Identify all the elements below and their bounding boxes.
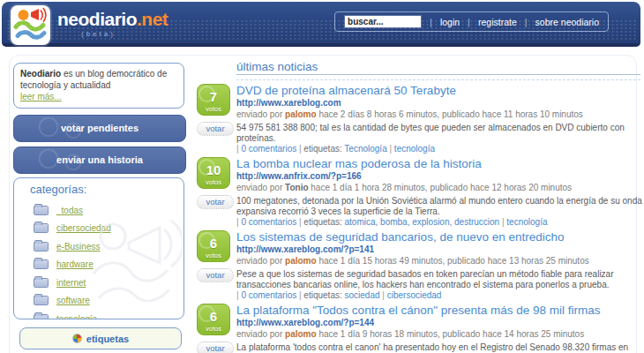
categories-box: categorías: _todas cibersociedad e-Busin…: [13, 177, 184, 319]
about-site-name: Neodiario: [20, 69, 61, 79]
news-url-link[interactable]: http://www.xareblog.com/?p=141: [236, 244, 642, 255]
vote-count: 7: [198, 85, 229, 103]
folder-icon: [34, 314, 49, 319]
category-link-cibersociedad[interactable]: cibersociedad: [56, 223, 111, 233]
site-logo[interactable]: [11, 5, 50, 45]
sent-by-label: enviado por: [236, 256, 285, 266]
folder-icon: [34, 206, 49, 215]
read-more-link[interactable]: leer más...: [20, 92, 62, 101]
vote-column: 10 votos votar: [197, 157, 236, 228]
register-link[interactable]: registrate: [478, 17, 517, 27]
heading-dashed-rule: [236, 79, 640, 80]
vote-unit-label: votos: [198, 105, 229, 113]
news-body: Los sistemas de seguridad bancarios, de …: [236, 230, 642, 301]
about-box: Neodiario es un blog democrático de tecn…: [13, 63, 184, 109]
category-row: e-Business: [30, 237, 183, 256]
news-url-link[interactable]: http://www.anfrix.com/?p=166: [236, 171, 642, 182]
news-body: La plataforma "Todos contra el cánon" pr…: [236, 304, 642, 353]
heading-rule: [236, 74, 640, 75]
news-url-link[interactable]: http://www.xareblog.com/?p=144: [236, 318, 642, 328]
send-story-button[interactable]: enviar una historia: [13, 146, 186, 174]
news-meta: enviado por Tonio hace 1 día 1 hora 28 m…: [236, 183, 642, 193]
vote-button[interactable]: votar: [197, 268, 234, 282]
vote-column: 6 votos votar: [197, 230, 236, 301]
nav-divider: [525, 17, 528, 27]
time-info: hace 1 día 15 horas 49 minutos, publicad…: [317, 256, 589, 266]
category-row: internet: [30, 274, 183, 292]
folder-icon: [34, 296, 49, 305]
author-name: palomo: [285, 329, 317, 339]
news-item: 6 votos votar Los sistemas de seguridad …: [197, 230, 642, 301]
tags-links[interactable]: Tecnología: [344, 144, 386, 154]
category-row: software: [30, 292, 183, 311]
news-description: 100 megatones, detonada por la Unión Sov…: [236, 196, 642, 217]
folder-icon: [34, 278, 49, 288]
news-url-link[interactable]: http://www.xareblog.com: [236, 98, 642, 109]
vote-count: 6: [198, 304, 229, 323]
category-link-hardware[interactable]: hardware: [56, 259, 94, 269]
login-link[interactable]: login: [440, 17, 460, 27]
tags-button[interactable]: etiquetas: [19, 327, 182, 349]
folder-icon: [34, 223, 49, 233]
brand-title[interactable]: neodiario.net: [57, 9, 168, 30]
categories-title: categorías:: [30, 183, 183, 196]
tagline-divider: [380, 290, 387, 300]
megaphone-waves-logo-icon: [11, 5, 50, 45]
category-tag-link[interactable]: tecnología: [506, 217, 547, 227]
nav-divider: [430, 17, 432, 27]
header-nav: login registrate sobre neodiario: [334, 11, 609, 32]
comments-link[interactable]: 0 comentarios: [241, 217, 296, 227]
news-title-link[interactable]: La bomba nuclear mas poderosa de la hist…: [236, 157, 642, 170]
tags-links[interactable]: sociedad: [345, 290, 380, 300]
vote-button[interactable]: votar: [197, 342, 234, 353]
search-input[interactable]: [344, 15, 422, 28]
time-info: hace 1 día 1 hora 28 minutos, publicado …: [309, 183, 573, 192]
news-meta: enviado por palomo hace 2 días 8 horas 6…: [236, 109, 642, 120]
category-row: _todas: [30, 201, 183, 220]
vote-count-badge: 6 votos: [197, 304, 230, 335]
news-title-link[interactable]: DVD de proteína almacenará 50 Terabyte: [236, 84, 642, 97]
vote-count: 6: [198, 231, 229, 250]
news-list: 7 votos votar DVD de proteína almacenará…: [197, 84, 642, 353]
vote-button[interactable]: votar: [197, 195, 234, 209]
category-link-internet[interactable]: internet: [56, 278, 86, 288]
vote-unit-label: votos: [198, 325, 229, 333]
page: neodiario.net (beta) login registrate so…: [0, 0, 644, 353]
news-description: 54 975 581 388 800; tal es la cantidad d…: [236, 123, 642, 144]
vote-pending-button[interactable]: votar pendientes: [13, 115, 186, 142]
site-header: neodiario.net (beta) login registrate so…: [2, 2, 640, 47]
news-description: La plataforma 'todos contra el canon' ha…: [236, 342, 642, 353]
tags-label: etiquetas:: [303, 144, 344, 154]
sent-by-label: enviado por: [236, 183, 285, 192]
time-info: hace 2 días 8 horas 6 minutos, publicado…: [317, 109, 583, 119]
news-tagline: 0 comentariosetiquetas: Tecnologíatecnol…: [236, 144, 642, 154]
news-title-link[interactable]: Los sistemas de seguridad bancarios, de …: [236, 230, 642, 244]
vote-button[interactable]: votar: [197, 122, 234, 136]
category-link-todas[interactable]: _todas: [56, 206, 83, 215]
comments-link[interactable]: 0 comentarios: [241, 144, 296, 154]
news-tagline: 0 comentariosetiquetas: sociedadcibersoc…: [236, 290, 642, 301]
category-link-software[interactable]: software: [56, 296, 90, 305]
tagline-divider: [387, 144, 394, 154]
vote-count: 10: [198, 158, 229, 176]
category-link-ebusiness[interactable]: e-Business: [56, 242, 100, 252]
news-body: La bomba nuclear mas poderosa de la hist…: [236, 157, 642, 228]
tags-label: etiquetas:: [303, 290, 344, 300]
category-row: hardware: [30, 256, 183, 274]
news-meta: enviado por palomo hace 1 día 15 horas 4…: [236, 256, 642, 267]
news-item: 7 votos votar DVD de proteína almacenará…: [197, 84, 642, 154]
category-tag-link[interactable]: cibersociedad: [387, 290, 442, 300]
comments-link[interactable]: 0 comentarios: [241, 290, 296, 300]
vote-count-badge: 7 votos: [197, 84, 230, 116]
author-name: palomo: [285, 256, 317, 266]
news-title-link[interactable]: La plataforma "Todos contra el cánon" pr…: [236, 304, 642, 317]
about-link[interactable]: sobre neodiario: [535, 17, 599, 27]
vote-unit-label: votos: [198, 178, 229, 186]
sent-by-label: enviado por: [236, 109, 285, 119]
news-meta: enviado por palomo hace 1 día 9 horas 18…: [236, 329, 642, 340]
time-info: hace 1 día 9 horas 18 minutos, publicado…: [317, 329, 585, 339]
news-item: 10 votos votar La bomba nuclear mas pode…: [197, 157, 642, 228]
tags-links[interactable]: atomica, bomba, explosion, destruccion: [345, 217, 500, 227]
category-link-tecnologia[interactable]: tecnología: [56, 314, 97, 319]
category-tag-link[interactable]: tecnología: [394, 144, 435, 154]
